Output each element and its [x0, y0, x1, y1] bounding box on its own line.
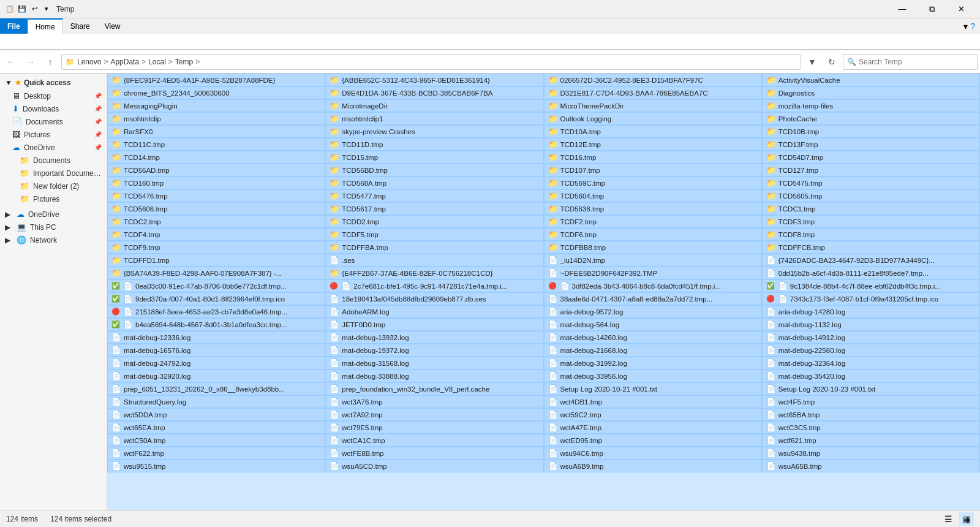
list-item[interactable]: 📄wct4DB1.tmp	[544, 395, 762, 408]
list-item[interactable]: 📄mat-debug-31568.log	[325, 357, 543, 370]
sidebar-item-downloads[interactable]: ⬇ Downloads 📌	[0, 102, 107, 115]
list-item[interactable]: 📁TCDF3.tmp	[762, 215, 980, 228]
list-item[interactable]: ✅📄9ded370a-f007-40a1-80d1-8ff23964ef0f.t…	[107, 292, 325, 305]
list-item[interactable]: 📄wsuA65B.tmp	[762, 460, 980, 472]
list-item[interactable]: 📄wct65EA.tmp	[107, 421, 325, 434]
list-item[interactable]: 📄wctC3C5.tmp	[762, 421, 980, 434]
list-item[interactable]: 📁TCD5606.tmp	[107, 202, 325, 215]
list-item[interactable]: 📄wct3A76.tmp	[325, 395, 543, 408]
list-item[interactable]: 📁TCD5477.tmp	[325, 189, 543, 202]
list-item[interactable]: 📄18e190413af045db88dfbd29609eb877.db.ses	[325, 292, 543, 305]
list-item[interactable]: 📄Setup Log 2020-10-21 #001.txt	[544, 382, 762, 395]
list-item[interactable]: 📁TCD11C.tmp	[107, 138, 325, 151]
list-item[interactable]: 📁TCD54D7.tmp	[762, 151, 980, 164]
list-item[interactable]: 📄~DFEE5B2D90F642F392.TMP	[544, 267, 762, 279]
list-item[interactable]: 🔴📄2c7e681c-bfe1-495c-9c91-447281c71e4a.t…	[325, 279, 543, 292]
list-item[interactable]: 📄mat-debug-31992.log	[544, 357, 762, 370]
list-item[interactable]: 📄mat-debug-13932.log	[325, 331, 543, 344]
list-item[interactable]: 📄wct5DDA.tmp	[107, 408, 325, 421]
sidebar-item-onedrive-quick[interactable]: ☁ OneDrive 📌	[0, 141, 107, 154]
list-item[interactable]: 📁TCD127.tmp	[762, 164, 980, 176]
list-item[interactable]: ✅📄b4ea5694-648b-4567-8d01-3b1a0dfea3cc.t…	[107, 318, 325, 331]
list-item[interactable]: 📁chrome_BITS_22344_500630600	[107, 86, 325, 99]
list-item[interactable]: 📄wct65BA.tmp	[762, 408, 980, 421]
sidebar-item-new-folder[interactable]: 📁 New folder (2)	[0, 180, 107, 192]
list-item[interactable]: 🔴📄7343c173-f3ef-4087-b1cf-0f9a431205cf.t…	[762, 292, 980, 305]
list-item[interactable]: 📄mat-debug-14260.log	[544, 331, 762, 344]
list-item[interactable]: 📁TCD12E.tmp	[544, 138, 762, 151]
minimize-button[interactable]: —	[888, 0, 916, 18]
list-item[interactable]: 📄mat-debug-22560.log	[762, 344, 980, 357]
list-item[interactable]: 📄mat-debug-19372.log	[325, 344, 543, 357]
list-item[interactable]: 📄aria-debug-14280.log	[762, 305, 980, 318]
list-item[interactable]: 📄wct59C2.tmp	[544, 408, 762, 421]
list-item[interactable]: 📁TCD11D.tmp	[325, 138, 543, 151]
list-item[interactable]: 📄Setup Log 2020-10-23 #001.txt	[762, 382, 980, 395]
help-icon[interactable]: ?	[970, 21, 975, 31]
list-item[interactable]: 📁{8FEC91F2-4ED5-4A1F-A9BE-52B287A88FDE}	[107, 74, 325, 86]
list-item[interactable]: 📁mozilla-temp-files	[762, 99, 980, 112]
address-dropdown-button[interactable]: ▼	[804, 53, 821, 70]
list-item[interactable]: 📄mat-debug-35420.log	[762, 370, 980, 382]
list-item[interactable]: 📄mat-debug-24792.log	[107, 357, 325, 370]
path-local[interactable]: Local	[148, 58, 166, 66]
list-item[interactable]: 📄wctED95.tmp	[544, 434, 762, 447]
quick-access-header[interactable]: ▼ ★ Quick access	[0, 76, 107, 89]
list-item[interactable]: 📄mat-debug-21668.log	[544, 344, 762, 357]
list-item[interactable]: 📄wctf621.tmp	[762, 434, 980, 447]
list-item[interactable]: 📁Diagnostics	[762, 86, 980, 99]
tab-share[interactable]: Share	[63, 18, 97, 34]
sidebar-item-important[interactable]: 📁 Important Documer...	[0, 167, 107, 180]
list-item[interactable]: 📁TCDF6.tmp	[544, 228, 762, 241]
sidebar-item-desktop[interactable]: 🖥 Desktop 📌	[0, 89, 107, 102]
list-item[interactable]: 📁msohtmlclip1	[325, 112, 543, 125]
search-input[interactable]	[859, 58, 973, 66]
list-item[interactable]: 📄mat-debug-32364.log	[762, 357, 980, 370]
list-item[interactable]: 📄mat-debug-32920.log	[107, 370, 325, 382]
sidebar-item-documents[interactable]: 📄 Documents 📌	[0, 115, 107, 128]
list-item[interactable]: 📄{7426DADC-BA23-4647-92D3-B1D977A3449C}.…	[762, 254, 980, 267]
list-item[interactable]: 📁TCDF5.tmp	[325, 228, 543, 241]
sidebar-item-pictures-folder[interactable]: 📁 Pictures	[0, 192, 107, 205]
back-button[interactable]: ←	[2, 53, 20, 70]
list-item[interactable]: 📁skype-preview Crashes	[325, 125, 543, 138]
list-item[interactable]: 📁0266572D-36C2-4952-8EE3-D154BFA7F97C	[544, 74, 762, 86]
refresh-button[interactable]: ↻	[823, 53, 840, 70]
list-item[interactable]: 📄prep_foundation_win32_bundle_V8_perf.ca…	[325, 382, 543, 395]
up-button[interactable]: ↑	[42, 53, 59, 70]
list-item[interactable]: 📁TCD107.tmp	[544, 164, 762, 176]
list-item[interactable]: 📁TCD16.tmp	[544, 151, 762, 164]
list-item[interactable]: 📁TCD10B.tmp	[762, 125, 980, 138]
list-view-button[interactable]: ▦	[959, 512, 974, 526]
list-item[interactable]: 📁PhotoCache	[762, 112, 980, 125]
list-item[interactable]: 📁TCDF2.tmp	[544, 215, 762, 228]
list-item[interactable]: 📄wctF622.tmp	[107, 447, 325, 460]
list-item[interactable]: 📄mat-debug-1132.log	[762, 318, 980, 331]
list-item[interactable]: 📄mat-debug-12336.log	[107, 331, 325, 344]
list-item[interactable]: 📄wsu9515.tmp	[107, 460, 325, 472]
list-item[interactable]: 📁TCD14.tmp	[107, 151, 325, 164]
details-view-button[interactable]: ☰	[941, 512, 956, 526]
list-item[interactable]: 📁TCD10A.tmp	[544, 125, 762, 138]
list-item[interactable]: 📄wsu9438.tmp	[762, 447, 980, 460]
list-item[interactable]: 📄mat-debug-33888.log	[325, 370, 543, 382]
list-item[interactable]: 📁TCDD2.tmp	[325, 215, 543, 228]
list-item[interactable]: 📁TCD56AD.tmp	[107, 164, 325, 176]
list-item[interactable]: 📁TCD5475.tmp	[762, 176, 980, 189]
list-item[interactable]: 📁TCD5638.tmp	[544, 202, 762, 215]
list-item[interactable]: 📁TCDFFCB.tmp	[762, 241, 980, 254]
list-item[interactable]: 📁D9E4D1DA-367E-433B-BCBD-385CBAB6F7BA	[325, 86, 543, 99]
list-item[interactable]: 📄_iu14D2N.tmp	[544, 254, 762, 267]
dropdown-icon[interactable]: ▾	[42, 4, 51, 14]
close-button[interactable]: ✕	[947, 0, 975, 18]
list-item[interactable]: 📁MessagingPlugin	[107, 99, 325, 112]
expand-ribbon-icon[interactable]: ▾	[963, 21, 968, 31]
maximize-button[interactable]: ⧉	[918, 0, 946, 18]
list-item[interactable]: 📄.ses	[325, 254, 543, 267]
list-item[interactable]: ✅📄0ea03c00-91ec-47ab-8706-0bb6e772c1df.t…	[107, 279, 325, 292]
list-item[interactable]: 📄wsu94C6.tmp	[544, 447, 762, 460]
list-item[interactable]: 📄38aafe6d-0471-4307-a8a8-ed88a2a7dd72.tm…	[544, 292, 762, 305]
list-item[interactable]: 📁msohtmlclip	[107, 112, 325, 125]
list-item[interactable]: 📄wsuA5CD.tmp	[325, 460, 543, 472]
list-item[interactable]: 📄wctFE8B.tmp	[325, 447, 543, 460]
